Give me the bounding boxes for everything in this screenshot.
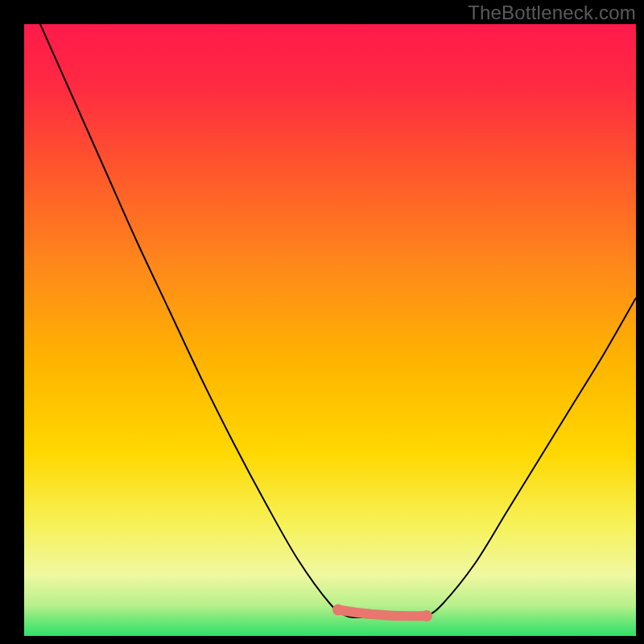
bottleneck-plot <box>24 24 636 636</box>
gradient-background <box>24 24 636 636</box>
plot-area <box>24 24 636 636</box>
svg-point-0 <box>332 605 344 616</box>
svg-point-1 <box>421 610 432 621</box>
watermark-text: TheBottleneck.com <box>468 2 636 24</box>
chart-frame: TheBottleneck.com <box>0 0 644 644</box>
